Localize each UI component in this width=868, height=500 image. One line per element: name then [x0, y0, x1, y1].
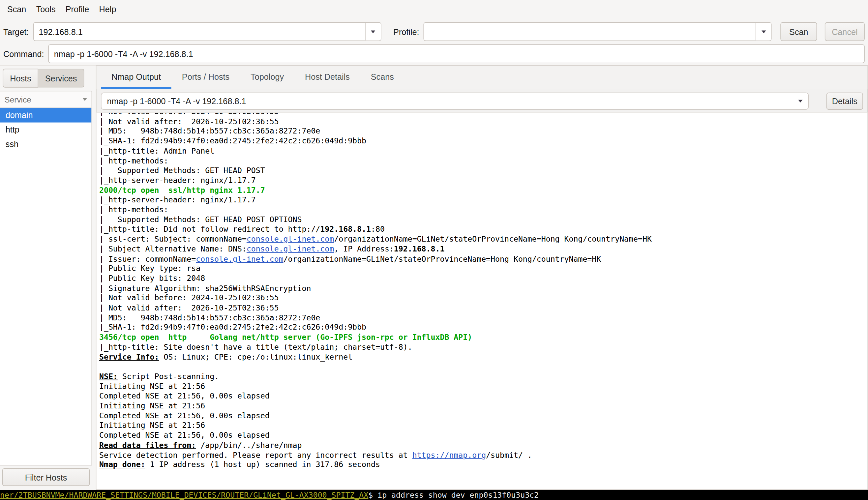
hosts-button[interactable]: Hosts	[3, 69, 38, 87]
output-line: | http-methods:	[99, 205, 867, 215]
menu-bar: ScanToolsProfileHelp	[0, 0, 868, 19]
menu-item-scan[interactable]: Scan	[2, 0, 31, 19]
output-line: |_SHA-1: fd2d:94b9:47f0:ea0d:2745:2fe2:4…	[99, 323, 867, 332]
sidebar: Hosts Services Service domainhttpssh Fil…	[0, 65, 92, 490]
output-line: Service Info: OS: Linux; CPE: cpe:/o:lin…	[99, 352, 867, 362]
output-line: Nmap done: 1 IP address (1 host up) scan…	[99, 460, 867, 470]
tab-scans[interactable]: Scans	[360, 66, 405, 89]
output-line: Initiating NSE at 21:56	[99, 421, 867, 431]
output-line: Initiating NSE at 21:56	[99, 382, 867, 391]
output-line: | ssl-cert: Subject: commonName=console.…	[99, 234, 867, 244]
tab-nmap-output[interactable]: Nmap Output	[101, 66, 171, 89]
command-row: Command:	[3, 43, 865, 64]
command-input[interactable]	[48, 45, 865, 63]
nmap-output-text: | Not valid before: 2024-10-25T02:36:55|…	[99, 112, 867, 470]
output-line: |_SHA-1: fd2d:94b9:47f0:ea0d:2745:2fe2:4…	[99, 136, 867, 146]
tab-host-details[interactable]: Host Details	[294, 66, 360, 89]
output-line: | Public Key type: rsa	[99, 264, 867, 274]
output-line: | Subject Alternative Name: DNS:console.…	[99, 244, 867, 254]
filter-area: Filter Hosts	[0, 465, 92, 490]
tab-ports-hosts[interactable]: Ports / Hosts	[171, 66, 240, 89]
service-list-item[interactable]: domain	[0, 108, 91, 123]
profile-combobox[interactable]	[424, 22, 771, 41]
service-list-item[interactable]: http	[0, 123, 91, 137]
chevron-down-icon	[761, 30, 766, 33]
chevron-down-icon	[371, 30, 375, 33]
chevron-down-icon	[798, 100, 802, 102]
output-line: |_ Supported Methods: GET HEAD POST	[99, 166, 867, 176]
cancel-button[interactable]: Cancel	[825, 22, 865, 41]
terminal-command: ip address show dev enp0s13f0u3u3c2	[373, 490, 539, 499]
profile-input[interactable]	[424, 23, 756, 41]
target-combobox[interactable]	[33, 22, 381, 41]
output-line: 3456/tcp open http Golang net/http serve…	[99, 332, 867, 342]
output-header: nmap -p 1-6000 -T4 -A -v 192.168.8.1 Det…	[97, 89, 868, 113]
terminal-path: ner/2TBUSBNVMe/HARDWARE_SETTINGS/MOBILE_…	[0, 490, 368, 499]
output-line: Read data files from: /app/bin/../share/…	[99, 440, 867, 450]
output-line: |_ Supported Methods: GET HEAD POST OPTI…	[99, 215, 867, 225]
output-line: Completed NSE at 21:56, 0.00s elapsed	[99, 411, 867, 421]
output-line: | Issuer: commonName=console.gl-inet.com…	[99, 254, 867, 264]
service-column-header[interactable]: Service	[0, 91, 91, 108]
scan-toolbar: Target: Profile: Scan Cancel Command:	[0, 19, 868, 66]
output-line: | Signature Algorithm: sha256WithRSAEncr…	[99, 283, 867, 293]
details-button[interactable]: Details	[826, 92, 863, 110]
service-list: domainhttpssh	[0, 108, 91, 465]
output-line: |_http-title: Site doesn't have a title …	[99, 342, 867, 352]
profile-dropdown-button[interactable]	[756, 23, 771, 41]
profile-label: Profile:	[393, 27, 419, 37]
command-label: Command:	[3, 49, 44, 59]
target-dropdown-button[interactable]	[365, 23, 381, 41]
scan-select-combobox[interactable]: nmap -p 1-6000 -T4 -A -v 192.168.8.1	[101, 92, 809, 110]
target-label: Target:	[3, 27, 29, 37]
scan-button[interactable]: Scan	[780, 22, 817, 41]
output-line: |_http-title: Admin Panel	[99, 146, 867, 156]
output-line: |_http-title: Did not follow redirect to…	[99, 225, 867, 235]
view-toggle-group: Hosts Services	[0, 65, 92, 91]
tab-bar: Nmap OutputPorts / HostsTopologyHost Det…	[97, 66, 868, 89]
output-line: |_http-server-header: nginx/1.17.7	[99, 195, 867, 205]
zenmap-window: ScanToolsProfileHelp Target: Profile: Sc…	[0, 0, 868, 500]
output-line: Completed NSE at 21:56, 0.00s elapsed	[99, 391, 867, 401]
menu-item-help[interactable]: Help	[94, 0, 121, 19]
output-line: | Not valid after: 2026-10-25T02:36:55	[99, 303, 867, 313]
output-line: | Not valid after: 2026-10-25T02:36:55	[99, 117, 867, 127]
service-tree: Service domainhttpssh	[0, 91, 92, 465]
menu-item-tools[interactable]: Tools	[31, 0, 60, 19]
menu-item-profile[interactable]: Profile	[61, 0, 94, 19]
output-line: | MD5: 948b:748d:5b14:b557:cb3c:365a:827…	[99, 313, 867, 323]
output-line: | Not valid before: 2024-10-25T02:36:55	[99, 112, 867, 117]
output-line: | http-methods:	[99, 156, 867, 166]
nmap-output-view[interactable]: | Not valid before: 2024-10-25T02:36:55|…	[97, 112, 868, 489]
main-content: Hosts Services Service domainhttpssh Fil…	[0, 65, 868, 490]
tab-topology[interactable]: Topology	[240, 66, 294, 89]
scan-select-value: nmap -p 1-6000 -T4 -A -v 192.168.8.1	[107, 96, 798, 106]
output-line: NSE: Script Post-scanning.	[99, 372, 867, 382]
output-line: 2000/tcp open ssl/http nginx 1.17.7	[99, 185, 867, 195]
output-line	[99, 362, 867, 372]
output-line: Completed NSE at 21:56, 0.00s elapsed	[99, 431, 867, 441]
output-line: |_http-server-header: nginx/1.17.7	[99, 176, 867, 185]
service-list-item[interactable]: ssh	[0, 137, 91, 151]
results-panel: Nmap OutputPorts / HostsTopologyHost Det…	[96, 65, 868, 490]
terminal-prompt: $	[368, 490, 373, 499]
output-line: Initiating NSE at 21:56	[99, 401, 867, 411]
sort-descending-icon	[83, 98, 87, 101]
output-line: | Not valid before: 2024-10-25T02:36:55	[99, 293, 867, 303]
output-line: | MD5: 948b:748d:5b14:b557:cb3c:365a:827…	[99, 127, 867, 136]
target-row: Target: Profile: Scan Cancel	[3, 21, 865, 42]
output-line: Service detection performed. Please repo…	[99, 450, 867, 460]
terminal-bar[interactable]: ner/2TBUSBNVMe/HARDWARE_SETTINGS/MOBILE_…	[0, 490, 868, 500]
filter-hosts-button[interactable]: Filter Hosts	[2, 468, 90, 486]
services-button[interactable]: Services	[38, 69, 84, 87]
service-column-label: Service	[4, 95, 31, 104]
output-line: | Public Key bits: 2048	[99, 274, 867, 284]
target-input[interactable]	[34, 23, 365, 41]
